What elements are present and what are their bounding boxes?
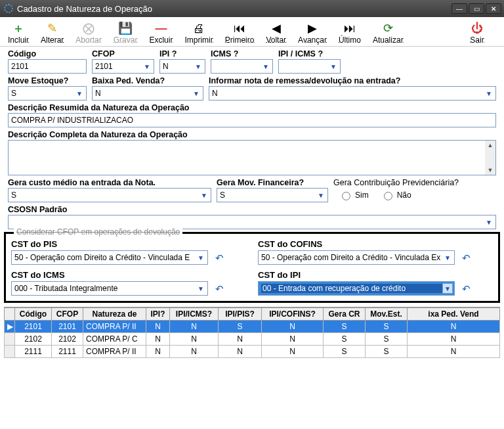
col-header[interactable]: IPI? [146, 308, 170, 321]
sair-button[interactable]: ⏻ Sair [470, 21, 484, 45]
minimize-button[interactable]: — [452, 3, 467, 14]
reset-cofins-button[interactable]: ↶ [459, 252, 472, 265]
voltar-button[interactable]: ◀ Voltar [266, 21, 286, 45]
col-header[interactable]: Natureza de [83, 308, 146, 321]
baixa-ped-label: Baixa Ped. Venda? [92, 76, 203, 85]
avancar-button[interactable]: ▶ Avançar [298, 21, 327, 45]
reset-pis-button[interactable]: ↶ [213, 252, 226, 265]
informar-nota-value: N [212, 89, 218, 98]
gera-custo-value: S [11, 191, 16, 200]
excluir-button[interactable]: — Excluir [149, 21, 173, 45]
power-icon: ⏻ [470, 21, 484, 35]
row-pointer [5, 333, 15, 346]
col-header[interactable]: ixa Ped. Vend [408, 308, 500, 321]
reset-icms-button[interactable]: ↶ [213, 282, 226, 296]
radio-nao[interactable]: Não [381, 190, 411, 200]
col-header[interactable]: Código [15, 308, 52, 321]
cell: N [146, 321, 170, 333]
desc-completa-label: Descrição Completa da Natureza da Operaç… [8, 130, 496, 139]
chevron-down-icon: ▼ [484, 89, 494, 98]
voltar-label: Voltar [266, 35, 286, 45]
cell: 2102 [52, 333, 83, 346]
app-icon [4, 4, 13, 13]
edit-icon: ✎ [45, 21, 60, 35]
excluir-label: Excluir [149, 35, 173, 45]
col-header[interactable]: Mov.Est. [366, 308, 408, 321]
cell: 2111 [15, 346, 52, 358]
next-icon: ▶ [305, 21, 320, 35]
icms-combo[interactable]: ▼ [211, 59, 273, 74]
cst-cofins-combo[interactable]: 50 - Operação com Direito a Crédito - Vi… [258, 250, 455, 265]
delete-icon: — [154, 21, 168, 35]
cell: N [408, 333, 500, 346]
imprimir-button[interactable]: 🖨 Imprimir [184, 21, 213, 45]
cst-pis-combo[interactable]: 50 - Operação com Direito a Crédito - Vi… [11, 250, 208, 265]
primeiro-button[interactable]: ⏮ Primeiro [225, 21, 255, 45]
col-header[interactable]: IPI/PIS? [219, 308, 262, 321]
cell: 2102 [15, 333, 52, 346]
informar-nota-combo[interactable]: N▼ [209, 86, 496, 101]
col-header[interactable]: IPI/ICMS? [170, 308, 219, 321]
cell: COMPRA P/ II [83, 346, 146, 358]
ipi-combo[interactable]: N▼ [159, 59, 205, 74]
gera-mov-label: Gera Mov. Financeira? [217, 178, 328, 187]
atualizar-label: Atualizar [373, 35, 404, 45]
gera-custo-combo[interactable]: S▼ [8, 188, 211, 202]
considerar-label: Considerar CFOP em operações de devoluçã… [14, 227, 182, 237]
maximize-button[interactable]: ▭ [469, 3, 484, 14]
cst-icms-label: CST do ICMS [11, 270, 246, 280]
chevron-down-icon: ▼ [75, 89, 84, 98]
table-row[interactable]: ▶21012101COMPRA P/ IINNSNSSN [5, 321, 500, 333]
chevron-down-icon: ▼ [442, 283, 453, 294]
abortar-label: Abortar [75, 35, 101, 45]
scrollbar[interactable]: ▲▼ [485, 141, 495, 175]
col-header[interactable]: IPI/COFINS? [262, 308, 324, 321]
table-row[interactable]: 21022102COMPRA P/ CNNNNSSN [5, 333, 500, 346]
scroll-up-icon: ▲ [488, 142, 494, 148]
chevron-down-icon: ▼ [194, 62, 203, 71]
alterar-button[interactable]: ✎ Alterar [41, 21, 64, 45]
move-estoque-combo[interactable]: S▼ [8, 86, 87, 101]
close-button[interactable]: ✕ [486, 3, 501, 14]
cell: N [219, 346, 262, 358]
cst-icms-combo[interactable]: 000 - Tributada Integralmente▼ [11, 281, 208, 296]
prev-icon: ◀ [269, 21, 284, 35]
cell: S [366, 321, 408, 333]
toolbar: ＋ Incluir ✎ Alterar ⨂ Abortar 💾 Gravar —… [0, 17, 504, 47]
cell: S [324, 346, 366, 358]
cell: 2101 [15, 321, 52, 333]
cell: N [262, 321, 324, 333]
cell: N [262, 333, 324, 346]
atualizar-button[interactable]: ⟳ Atualizar [373, 21, 404, 45]
table-row[interactable]: 21112111COMPRA P/ IINNNNSSN [5, 346, 500, 358]
col-header[interactable]: CFOP [52, 308, 83, 321]
form: Código CFOP 2101▼ IPI ? N▼ ICMS ? ▼ IPI … [0, 47, 504, 229]
gera-mov-combo[interactable]: S▼ [217, 188, 328, 202]
ipi-icms-combo[interactable]: ▼ [278, 59, 341, 74]
ultimo-button[interactable]: ⏭ Último [339, 21, 361, 45]
desc-completa-textarea[interactable]: ▲▼ [8, 140, 496, 175]
ipi-value: N [163, 62, 169, 71]
incluir-label: Incluir [8, 35, 29, 45]
cst-ipi-combo[interactable]: 00 - Entrada com recuperação de crédito▼ [258, 281, 455, 296]
abortar-button: ⨂ Abortar [75, 21, 101, 45]
chevron-down-icon: ▼ [192, 89, 201, 98]
incluir-button[interactable]: ＋ Incluir [8, 21, 29, 45]
codigo-input[interactable] [8, 59, 87, 74]
nao-label: Não [397, 191, 411, 200]
cell: 2111 [52, 346, 83, 358]
cst-cofins-label: CST do COFINS [258, 239, 493, 249]
cst-ipi-label: CST do IPI [258, 270, 493, 280]
desc-resumida-input[interactable] [8, 113, 496, 127]
icms-label: ICMS ? [211, 49, 273, 58]
cfop-combo[interactable]: 2101▼ [92, 59, 154, 74]
alterar-label: Alterar [41, 35, 64, 45]
radio-sim[interactable]: Sim [339, 190, 369, 200]
chevron-down-icon: ▼ [443, 253, 452, 262]
cell: N [408, 346, 500, 358]
chevron-down-icon: ▼ [484, 217, 494, 227]
desc-resumida-label: Descrição Resumida da Natureza da Operaç… [8, 103, 496, 112]
col-header[interactable]: Gera CR [324, 308, 366, 321]
baixa-ped-combo[interactable]: N▼ [92, 86, 203, 101]
reset-ipi-button[interactable]: ↶ [459, 282, 472, 296]
